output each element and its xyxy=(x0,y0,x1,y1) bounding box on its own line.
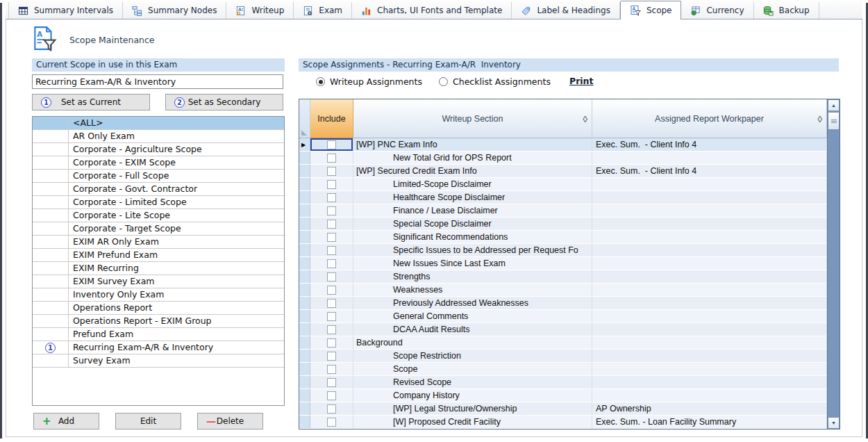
writeup-assignments-radio[interactable]: Writeup Assignments xyxy=(316,76,422,87)
scope-list-item[interactable]: EXIM Prefund Exam xyxy=(33,249,284,262)
tab-label-headings[interactable]: Label & Headings xyxy=(512,2,620,19)
scope-list-item[interactable]: Operations Report - EXIM Group xyxy=(33,315,284,328)
row-selector[interactable] xyxy=(299,231,310,244)
row-selector[interactable] xyxy=(299,363,310,376)
assigned-workpaper-cell[interactable]: Exec. Sum. - Client Info 4 xyxy=(592,165,827,178)
include-checkbox[interactable] xyxy=(327,352,336,361)
include-checkbox[interactable] xyxy=(327,391,336,400)
include-checkbox[interactable] xyxy=(327,220,336,229)
add-button[interactable]: + Add xyxy=(33,413,99,429)
writeup-section-cell[interactable]: New Issues Since Last Exam xyxy=(353,257,592,270)
writeup-section-cell[interactable]: Company History xyxy=(353,389,592,402)
scope-list-item[interactable]: EXIM Survey Exam xyxy=(33,275,284,288)
assigned-workpaper-cell[interactable]: AP Ownership xyxy=(592,402,827,416)
writeup-section-cell[interactable]: [WP] PNC Exam Info xyxy=(353,138,592,152)
row-selector[interactable] xyxy=(299,191,310,204)
writeup-section-cell[interactable]: Scope xyxy=(353,363,592,376)
sort-diamond-icon[interactable]: ◊ xyxy=(583,113,587,124)
row-selector[interactable] xyxy=(299,336,310,350)
include-checkbox[interactable] xyxy=(327,418,336,427)
assigned-workpaper-column-header[interactable]: Assigned Report Workpaper ◊ xyxy=(592,99,827,138)
tab-scope[interactable]: A Scope xyxy=(620,1,682,19)
scope-list-item[interactable]: Corporate - Limited Scope xyxy=(33,196,284,209)
assigned-workpaper-cell[interactable]: Exec. Sum. - Loan Facility Summary xyxy=(592,416,827,429)
scope-list-item[interactable]: Survey Exam xyxy=(33,354,284,368)
set-as-current-button[interactable]: 1 Set as Current xyxy=(32,94,150,110)
include-checkbox[interactable] xyxy=(327,233,336,242)
writeup-section-cell[interactable]: Background xyxy=(353,336,592,350)
assigned-workpaper-cell[interactable] xyxy=(592,389,827,402)
writeup-section-cell[interactable]: Limited-Scope Disclaimer xyxy=(353,178,592,191)
writeup-section-cell[interactable]: Significant Recommendations xyxy=(353,231,592,244)
scrollbar-down-button[interactable]: ▼ xyxy=(828,417,840,429)
writeup-section-cell[interactable]: DCAA Audit Results xyxy=(353,323,592,336)
writeup-section-cell[interactable]: Scope Restriction xyxy=(353,350,592,363)
writeup-section-cell[interactable]: Previously Addressed Weaknesses xyxy=(353,297,592,310)
include-checkbox[interactable] xyxy=(327,404,336,414)
assigned-workpaper-cell[interactable] xyxy=(592,257,827,270)
tab-backup[interactable]: Backup xyxy=(754,2,819,19)
grid-vertical-scrollbar[interactable]: ▲ ▼ xyxy=(827,99,840,429)
include-checkbox[interactable] xyxy=(327,167,336,176)
row-selector[interactable] xyxy=(299,218,310,231)
grid-corner-select-all[interactable] xyxy=(299,99,310,138)
include-checkbox[interactable] xyxy=(327,154,336,163)
row-selector[interactable] xyxy=(299,165,310,178)
set-as-secondary-button[interactable]: 2 Set as Secondary xyxy=(165,94,283,110)
assigned-workpaper-cell[interactable] xyxy=(592,363,827,376)
assigned-workpaper-cell[interactable] xyxy=(592,376,827,389)
include-column-header[interactable]: Include xyxy=(310,99,353,138)
row-selector[interactable] xyxy=(299,244,310,257)
include-checkbox[interactable] xyxy=(327,378,336,387)
include-checkbox[interactable] xyxy=(327,299,336,308)
scope-list-item[interactable]: Operations Report xyxy=(33,302,284,315)
delete-button[interactable]: — Delete xyxy=(197,413,263,429)
scope-list-item[interactable]: 1Recurring Exam-A/R & Inventory xyxy=(33,341,284,354)
row-selector[interactable] xyxy=(299,270,310,284)
row-selector[interactable] xyxy=(299,323,310,336)
assigned-workpaper-cell[interactable] xyxy=(592,244,827,257)
tab-currency[interactable]: Currency xyxy=(681,2,753,19)
scope-list-item[interactable]: <ALL> xyxy=(33,117,284,130)
row-selector[interactable]: ▶ xyxy=(299,138,310,152)
tab-exam[interactable]: Exam xyxy=(294,2,352,19)
scope-list-item[interactable]: Corporate - Agriculture Scope xyxy=(33,143,284,156)
include-checkbox[interactable] xyxy=(327,193,336,202)
tab-writeup[interactable]: A Writeup xyxy=(226,2,294,19)
include-checkbox[interactable] xyxy=(327,206,336,215)
writeup-section-cell[interactable]: [WP] Secured Credit Exam Info xyxy=(353,165,592,178)
writeup-section-cell[interactable]: New Total Grid for OPS Report xyxy=(353,152,592,165)
scope-list-item[interactable]: Corporate - EXIM Scope xyxy=(33,156,284,170)
row-selector[interactable] xyxy=(299,257,310,270)
row-selector[interactable] xyxy=(299,297,310,310)
include-checkbox[interactable] xyxy=(327,140,336,149)
assigned-workpaper-cell[interactable] xyxy=(592,191,827,204)
row-selector[interactable] xyxy=(299,416,310,429)
scope-list-item[interactable]: Corporate - Target Scope xyxy=(33,222,284,236)
assigned-workpaper-cell[interactable] xyxy=(592,204,827,218)
tab-summary-nodes[interactable]: Summary Nodes xyxy=(123,2,226,19)
include-checkbox[interactable] xyxy=(327,259,336,268)
print-link[interactable]: Print xyxy=(569,76,594,86)
row-selector[interactable] xyxy=(299,204,310,218)
assigned-workpaper-cell[interactable] xyxy=(592,310,827,323)
writeup-section-cell[interactable]: Strengths xyxy=(353,270,592,284)
sort-diamond-icon[interactable]: ◊ xyxy=(818,113,822,124)
include-checkbox[interactable] xyxy=(327,325,336,334)
tab-summary-intervals[interactable]: Summary Intervals xyxy=(8,2,123,19)
scope-list-item[interactable]: Corporate - Govt. Contractor xyxy=(33,183,284,196)
assigned-workpaper-cell[interactable] xyxy=(592,323,827,336)
include-checkbox[interactable] xyxy=(327,272,336,281)
writeup-section-cell[interactable]: Weaknesses xyxy=(353,284,592,297)
row-selector[interactable] xyxy=(299,376,310,389)
writeup-section-cell[interactable]: [WP] Legal Structure/Ownership xyxy=(353,402,592,416)
assigned-workpaper-cell[interactable] xyxy=(592,218,827,231)
writeup-section-column-header[interactable]: Writeup Section ◊ xyxy=(353,99,592,138)
row-selector[interactable] xyxy=(299,152,310,165)
writeup-section-cell[interactable]: Revised Scope xyxy=(353,376,592,389)
edit-button[interactable]: Edit xyxy=(115,413,181,429)
scope-list-item[interactable]: EXIM Recurring xyxy=(33,262,284,275)
scope-list-item[interactable]: Prefund Exam xyxy=(33,328,284,341)
include-checkbox[interactable] xyxy=(327,246,336,255)
row-selector[interactable] xyxy=(299,178,310,191)
